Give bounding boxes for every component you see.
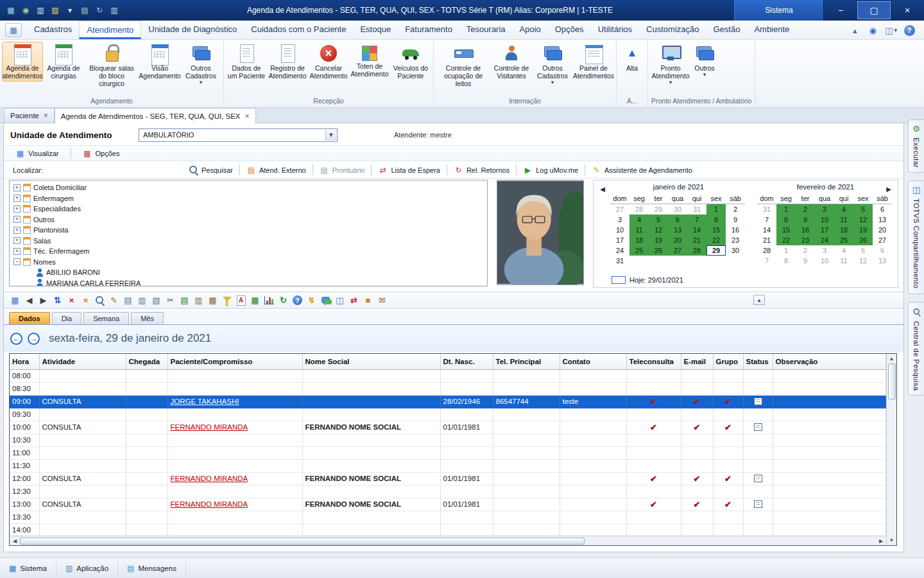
layout-columns-icon[interactable]: ▦: [9, 294, 21, 306]
calendar-day[interactable]: 27: [668, 245, 687, 256]
table-row[interactable]: 12:30: [10, 485, 886, 498]
calendar-day[interactable]: 13: [668, 225, 687, 235]
ribbon-button-toten-de-atendimento[interactable]: Toten de Atendimento: [349, 42, 390, 80]
tab-agenda-de-atendimentos-seg-ter-qua-qui-sex[interactable]: Agenda de Atendimentos - SEG, TER, QUA, …: [55, 108, 256, 123]
tree-item-especialidades[interactable]: +Especialidades: [11, 204, 486, 215]
close-icon[interactable]: ×: [44, 111, 48, 120]
calendar-day[interactable]: 6: [873, 204, 892, 215]
calendar-day[interactable]: 22: [776, 235, 796, 245]
calendar-day[interactable]: 11: [629, 225, 649, 235]
calendar-day[interactable]: 20: [873, 225, 892, 235]
menu-tab-ambiente[interactable]: Ambiente: [747, 21, 796, 39]
app-window-icon[interactable]: ▦: [5, 4, 17, 16]
calendar-day[interactable]: 3: [815, 245, 834, 256]
calendar-day[interactable]: 2: [726, 204, 745, 215]
copy-to-icon[interactable]: ▥: [136, 294, 148, 306]
calendar-day[interactable]: 15: [706, 225, 726, 235]
expand-icon[interactable]: +: [13, 216, 21, 223]
export-file-icon[interactable]: ▦: [249, 294, 261, 306]
nav-previous-icon[interactable]: ◀: [23, 294, 35, 306]
menu-tab-gestao[interactable]: Gestão: [706, 21, 747, 39]
statusbar-item-mensagens[interactable]: ▤Mensagens: [118, 562, 186, 575]
nav-next-icon[interactable]: ▶: [37, 294, 49, 306]
move-to-icon[interactable]: ▧: [150, 294, 162, 306]
refresh-icon[interactable]: ↻: [94, 4, 105, 16]
calendar-day[interactable]: 31: [610, 256, 629, 266]
calendar-day[interactable]: 12: [853, 215, 873, 225]
calendar-day[interactable]: 27: [873, 235, 892, 245]
calendar-prev-button[interactable]: ◀: [598, 184, 607, 193]
view-tab-dia[interactable]: Dia: [52, 312, 82, 324]
view-tab-dados[interactable]: Dados: [9, 312, 50, 324]
permission-search-icon[interactable]: [94, 294, 106, 306]
calendar-day[interactable]: 10: [815, 215, 834, 225]
table-row[interactable]: 09:00CONSULTAJORGE TAKAHASHI28/02/194686…: [10, 395, 886, 408]
calendar-day[interactable]: 26: [649, 245, 668, 256]
calendar-day[interactable]: 31: [757, 204, 776, 215]
calendar-day[interactable]: 29: [649, 204, 668, 215]
menu-tab-customizacao[interactable]: Customização: [639, 21, 706, 39]
calendar-day[interactable]: 14: [687, 225, 706, 235]
calendar-day[interactable]: 27: [610, 204, 629, 215]
calendar-day[interactable]: 30: [726, 245, 745, 256]
menu-tab-cadastros[interactable]: Cadastros: [27, 21, 79, 39]
column-header-tel-principal[interactable]: Tel. Principal: [493, 354, 560, 369]
next-day-button[interactable]: →: [28, 333, 40, 345]
status-record-icon[interactable]: [754, 500, 762, 508]
calendar-day[interactable]: 22: [706, 235, 726, 245]
expand-icon[interactable]: +: [13, 227, 21, 234]
calendar-day[interactable]: 4: [834, 245, 853, 256]
calendar-day[interactable]: 8: [776, 256, 796, 266]
horizontal-scrollbar[interactable]: ◀ ▶: [10, 536, 886, 545]
calendar-day[interactable]: 6: [668, 215, 687, 225]
ribbon-button-bloquear-salas-do-bloco-cirurgico[interactable]: Bloquear salas do bloco cirurgico: [84, 42, 139, 89]
calendar-day[interactable]: 9: [726, 215, 745, 225]
paste-icon[interactable]: ▦: [207, 294, 219, 306]
calendar-day[interactable]: 20: [668, 235, 687, 245]
tree-item-tec-enfermagem[interactable]: +Téc. Enfermagem: [11, 246, 486, 257]
calendar-next-button[interactable]: ▶: [884, 184, 893, 193]
package-icon[interactable]: ■: [362, 294, 374, 306]
status-record-icon[interactable]: [754, 475, 762, 482]
calendar-day[interactable]: 24: [815, 235, 834, 245]
tree-item-nomes[interactable]: −Nomes: [11, 257, 486, 268]
button-opcoes[interactable]: ▩Opções: [79, 148, 124, 159]
calendar-day[interactable]: 12: [853, 256, 873, 266]
menu-tab-cuidados-com-o-paciente[interactable]: Cuidados com o Paciente: [244, 21, 353, 39]
ribbon-button-agenda-de-cirurgias[interactable]: Agenda de cirurgias: [43, 42, 84, 82]
ribbon-button-registro-de-atendimento[interactable]: Registro de Atendimento: [267, 42, 308, 82]
table-row[interactable]: 13:00CONSULTAFERNANDO MIRANDAFERNANDO NO…: [10, 498, 886, 511]
calendar-day[interactable]: 5: [649, 215, 668, 225]
tree-item-outros[interactable]: +Outros: [11, 215, 486, 225]
column-header-status[interactable]: Status: [743, 354, 773, 369]
patient-link[interactable]: JORGE TAKAHASHI: [171, 398, 239, 405]
scroll-up-icon[interactable]: ▲: [887, 354, 896, 363]
calendar-day[interactable]: 5: [853, 245, 873, 256]
collapse-panel-button[interactable]: ▴: [753, 295, 765, 305]
menu-tab-apoio[interactable]: Apoio: [513, 21, 548, 39]
edit-icon[interactable]: ✎: [108, 294, 120, 306]
calendar-day[interactable]: 11: [834, 215, 853, 225]
statusbar-item-sistema[interactable]: ▦Sistema: [6, 562, 56, 575]
calendar-day[interactable]: 16: [796, 225, 815, 235]
calendar-day[interactable]: 23: [796, 235, 815, 245]
calendar-day[interactable]: 1: [706, 204, 726, 215]
statusbar-item-aplicacao[interactable]: ▥Aplicação: [56, 562, 118, 575]
calendar-day[interactable]: 7: [757, 215, 776, 225]
calendar-day[interactable]: 13: [873, 256, 892, 266]
calendar-day[interactable]: 26: [853, 235, 873, 245]
calendar-day[interactable]: 23: [726, 235, 745, 245]
column-header-paciente-compromisso[interactable]: Paciente/Compromisso: [167, 354, 302, 369]
calendar-day[interactable]: 4: [629, 215, 649, 225]
calendar-day[interactable]: 7: [757, 256, 776, 266]
calendar-day[interactable]: 3: [610, 215, 629, 225]
ribbon-button-painel-de-atendimentos[interactable]: Painel de Atendimentos: [573, 42, 614, 82]
calendar-day[interactable]: 11: [834, 256, 853, 266]
table-row[interactable]: 08:00: [10, 369, 886, 382]
calendar-day[interactable]: 1: [776, 245, 796, 256]
ribbon-button-outros-cadastros[interactable]: Outros Cadastros▾: [180, 42, 221, 87]
calendar-day[interactable]: 12: [649, 225, 668, 235]
clipboard-icon[interactable]: ▥: [193, 294, 205, 306]
scroll-right-icon[interactable]: ▶: [876, 536, 886, 545]
column-header-observacao[interactable]: Observação: [773, 354, 886, 369]
